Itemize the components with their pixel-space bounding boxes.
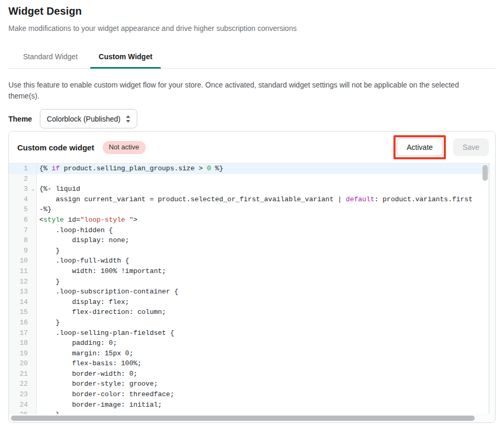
code-editor[interactable]: 1{% if product.selling_plan_groups.size … <box>9 163 489 414</box>
vertical-scrollbar[interactable] <box>482 164 488 413</box>
code-line[interactable]: 6<style id="loop-style "> <box>9 215 489 225</box>
line-number: 19 <box>9 348 30 359</box>
fold-gutter <box>30 246 37 256</box>
code-line[interactable]: 7 .loop-hidden { <box>9 225 489 236</box>
code-text <box>37 174 39 184</box>
line-number: 13 <box>9 287 30 297</box>
theme-select[interactable]: Colorblock (Published) <box>40 109 137 128</box>
code-line[interactable]: 14 display: flex; <box>9 297 489 308</box>
code-line[interactable]: 10 .loop-full-width { <box>9 256 489 266</box>
fold-gutter <box>30 287 37 297</box>
fold-gutter <box>30 215 37 225</box>
code-line[interactable]: 22 border-style: groove; <box>9 379 489 389</box>
line-number: 8 <box>9 235 30 246</box>
horizontal-scrollbar-thumb[interactable] <box>11 416 475 421</box>
tab-standard-widget[interactable]: Standard Widget <box>15 47 86 68</box>
code-line[interactable]: 12 } <box>9 277 489 287</box>
code-line[interactable]: 4 assign current_variant = product.selec… <box>9 194 489 205</box>
line-number: 20 <box>9 358 30 369</box>
panel-title: Custom code widget <box>17 143 94 152</box>
line-number: 2 <box>9 174 30 184</box>
fold-gutter <box>30 338 37 348</box>
line-number: 23 <box>9 389 30 400</box>
code-line[interactable]: 1{% if product.selling_plan_groups.size … <box>9 164 489 174</box>
code-line[interactable]: 8 display: none; <box>9 235 489 246</box>
status-badge: Not active <box>103 141 146 154</box>
feature-description: Use this feature to enable custom widget… <box>8 80 488 102</box>
line-number: 18 <box>9 338 30 348</box>
code-line[interactable]: 9 } <box>9 246 489 256</box>
fold-gutter <box>30 266 37 277</box>
line-number: 5 <box>9 204 30 215</box>
code-text: width: 100% !important; <box>37 266 166 277</box>
code-text: .loop-full-width { <box>37 256 129 266</box>
code-line[interactable]: 15 flex-direction: column; <box>9 307 489 318</box>
code-text: border-color: threedface; <box>37 389 174 400</box>
line-number: 9 <box>9 246 30 256</box>
code-text: } <box>37 318 60 328</box>
line-number: 16 <box>9 318 30 328</box>
code-text: display: flex; <box>37 297 129 308</box>
code-line[interactable]: 3⌄{%- liquid <box>9 184 489 194</box>
tab-custom-widget[interactable]: Custom Widget <box>90 47 161 68</box>
widget-design-page: Widget Design Make modifications to your… <box>0 0 504 425</box>
updown-arrows-icon <box>126 115 130 123</box>
line-number: 7 <box>9 225 30 236</box>
fold-gutter <box>30 379 37 389</box>
code-text: flex-basis: 100%; <box>37 358 141 369</box>
fold-gutter <box>30 235 37 246</box>
code-text: border-style: groove; <box>37 379 158 389</box>
code-line[interactable]: 23 border-color: threedface; <box>9 389 489 400</box>
code-text: <style id="loop-style "> <box>37 215 137 225</box>
code-text: border-width: 0; <box>37 369 137 379</box>
code-text: .loop-subscription-container { <box>37 287 178 297</box>
fold-gutter <box>30 204 37 215</box>
code-line[interactable]: 20 flex-basis: 100%; <box>9 358 489 369</box>
fold-gutter <box>30 194 37 205</box>
code-text: flex-direction: column; <box>37 307 166 318</box>
activate-annotation-box: Activate <box>393 135 446 159</box>
theme-label: Theme <box>8 115 32 123</box>
fold-gutter <box>30 225 37 236</box>
code-text: margin: 15px 0; <box>37 348 133 359</box>
code-text: } <box>37 410 60 414</box>
code-text: display: none; <box>37 235 129 246</box>
code-line[interactable]: 18 padding: 0; <box>9 338 489 348</box>
fold-toggle-icon[interactable]: ⌄ <box>30 184 37 194</box>
code-line[interactable]: 11 width: 100% !important; <box>9 266 489 277</box>
line-number: 6 <box>9 215 30 225</box>
save-button[interactable]: Save <box>453 138 489 156</box>
code-line[interactable]: 19 margin: 15px 0; <box>9 348 489 359</box>
code-text: border-image: initial; <box>37 400 162 410</box>
fold-gutter <box>30 358 37 369</box>
panel-header: Custom code widget Not active Activate S… <box>9 132 495 163</box>
fold-gutter <box>30 256 37 266</box>
code-line[interactable]: 25 } <box>9 410 489 414</box>
custom-code-widget-panel: Custom code widget Not active Activate S… <box>8 131 496 423</box>
line-number: 24 <box>9 400 30 410</box>
code-text: assign current_variant = product.selecte… <box>37 194 473 205</box>
panel-actions: Activate Save <box>393 135 489 159</box>
line-number: 1 <box>9 164 30 174</box>
code-line[interactable]: 2 <box>9 174 489 184</box>
vertical-scrollbar-thumb[interactable] <box>483 165 488 181</box>
code-line[interactable]: 24 border-image: initial; <box>9 400 489 410</box>
fold-gutter <box>30 400 37 410</box>
code-line[interactable]: 16 } <box>9 318 489 328</box>
code-lines: 1{% if product.selling_plan_groups.size … <box>9 164 489 414</box>
activate-button[interactable]: Activate <box>397 138 443 156</box>
code-line[interactable]: 17 .loop-selling-plan-fieldset { <box>9 328 489 339</box>
fold-gutter <box>30 410 37 414</box>
code-line[interactable]: 5-%} <box>9 204 489 215</box>
page-title: Widget Design <box>8 5 496 17</box>
theme-select-value: Colorblock (Published) <box>47 115 120 123</box>
code-text: .loop-selling-plan-fieldset { <box>37 328 174 339</box>
line-number: 22 <box>9 379 30 389</box>
code-text: {% if product.selling_plan_groups.size >… <box>37 164 223 174</box>
code-line[interactable]: 13 .loop-subscription-container { <box>9 287 489 297</box>
line-number: 3 <box>9 184 30 194</box>
code-text: padding: 0; <box>37 338 117 348</box>
horizontal-scrollbar[interactable] <box>10 415 489 421</box>
code-text: {%- liquid <box>37 184 80 194</box>
code-line[interactable]: 21 border-width: 0; <box>9 369 489 379</box>
